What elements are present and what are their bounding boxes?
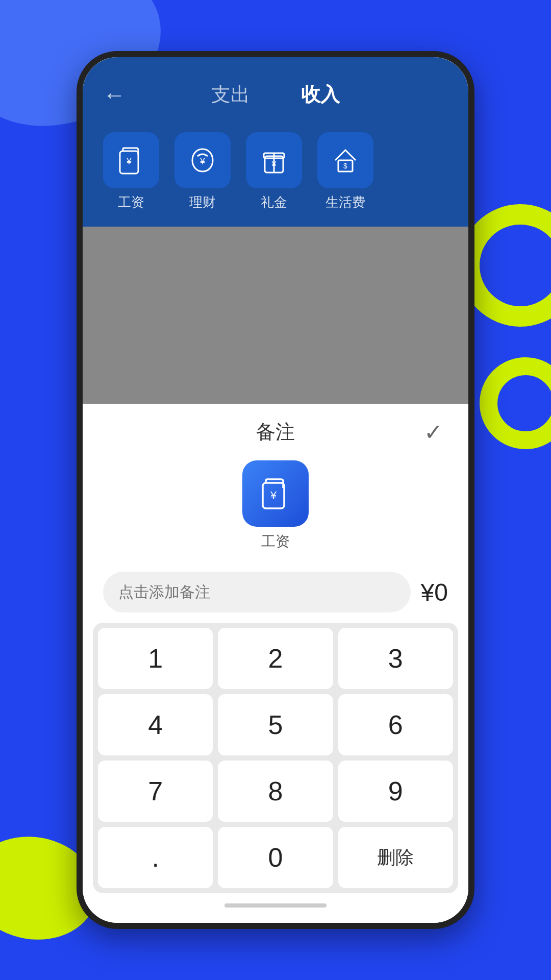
gift-label: 礼金 <box>261 193 287 211</box>
top-section: ← 支出 收入 ¥ 工资 <box>83 57 468 227</box>
num-btn-1[interactable]: 1 <box>98 628 213 689</box>
num-btn-8[interactable]: 8 <box>218 761 333 822</box>
category-finance[interactable]: ¥ 理财 <box>174 132 231 211</box>
num-btn-0[interactable]: 0 <box>218 827 333 888</box>
num-btn-5[interactable]: 5 <box>218 694 333 755</box>
svg-text:¥: ¥ <box>270 489 277 502</box>
remark-header: 备注 ✓ <box>83 404 468 455</box>
category-living[interactable]: $ 生活费 <box>317 132 373 211</box>
svg-text:¥: ¥ <box>199 156 206 166</box>
svg-text:¥: ¥ <box>271 160 277 169</box>
salary-icon: ¥ <box>103 132 159 188</box>
finance-label: 理财 <box>189 193 216 211</box>
num-btn-9[interactable]: 9 <box>338 761 453 822</box>
amount-row: ¥0 <box>103 572 448 612</box>
finance-icon: ¥ <box>174 132 231 188</box>
gray-area <box>83 227 468 404</box>
bg-ring-bottom <box>480 357 551 449</box>
num-btn-.[interactable]: . <box>98 827 213 888</box>
amount-display: ¥0 <box>421 578 448 606</box>
num-btn-2[interactable]: 2 <box>218 628 333 689</box>
tab-income[interactable]: 收入 <box>291 78 350 112</box>
tab-row: 支出 收入 <box>201 78 350 112</box>
header: ← 支出 收入 <box>83 57 468 122</box>
num-btn-7[interactable]: 7 <box>98 761 213 822</box>
category-gift[interactable]: ¥ 礼金 <box>246 132 302 211</box>
num-btn-4[interactable]: 4 <box>98 694 213 755</box>
num-btn-3[interactable]: 3 <box>338 628 453 689</box>
numpad: 123456789.0删除 <box>93 623 458 893</box>
selected-category-label: 工资 <box>261 532 290 551</box>
living-icon: $ <box>317 132 373 188</box>
selected-category-icon: ¥ <box>242 460 309 527</box>
category-salary[interactable]: ¥ 工资 <box>103 132 159 211</box>
living-label: 生活费 <box>325 193 365 211</box>
num-btn-6[interactable]: 6 <box>338 694 453 755</box>
back-button[interactable]: ← <box>103 82 126 108</box>
remark-title: 备注 <box>256 419 295 445</box>
category-row: ¥ 工资 ¥ 理财 <box>83 122 468 227</box>
bottom-panel: 备注 ✓ ¥ 工资 ¥0 123456789.0删除 <box>83 404 468 923</box>
confirm-button[interactable]: ✓ <box>424 419 443 445</box>
gift-icon: ¥ <box>246 132 302 188</box>
svg-text:¥: ¥ <box>126 156 132 166</box>
salary-label: 工资 <box>118 193 144 211</box>
svg-text:$: $ <box>343 162 347 170</box>
selected-category-display: ¥ 工资 <box>83 455 468 561</box>
delete-button[interactable]: 删除 <box>338 827 453 888</box>
remark-input[interactable] <box>103 572 411 612</box>
phone-frame: ← 支出 收入 ¥ 工资 <box>77 51 474 929</box>
home-indicator <box>224 903 327 908</box>
tab-expense[interactable]: 支出 <box>201 78 260 112</box>
